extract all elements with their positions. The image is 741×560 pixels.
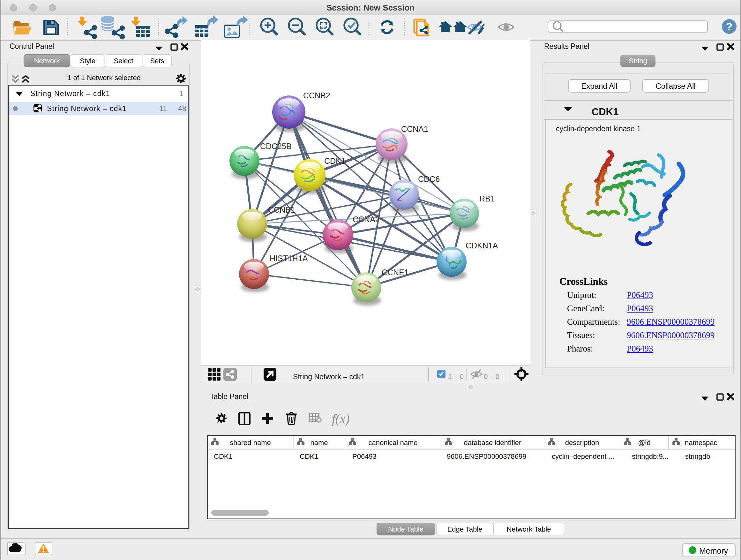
svg-text:CDC6: CDC6 (418, 175, 440, 184)
svg-text:HIST1H1A: HIST1H1A (270, 254, 308, 263)
svg-text:f(x): f(x) (332, 412, 350, 426)
svg-text:CDC25B: CDC25B (260, 142, 292, 151)
svg-text:CCNA1: CCNA1 (401, 125, 428, 133)
svg-text:CCNB1: CCNB1 (268, 205, 295, 214)
svg-text:CCNB2: CCNB2 (303, 91, 330, 100)
svg-text:CDK1: CDK1 (324, 157, 346, 165)
svg-text:CCNE1: CCNE1 (382, 268, 409, 277)
svg-text:CCNA2: CCNA2 (353, 215, 380, 224)
svg-text:RB1: RB1 (479, 194, 495, 203)
svg-text:CDKN1A: CDKN1A (466, 241, 498, 250)
